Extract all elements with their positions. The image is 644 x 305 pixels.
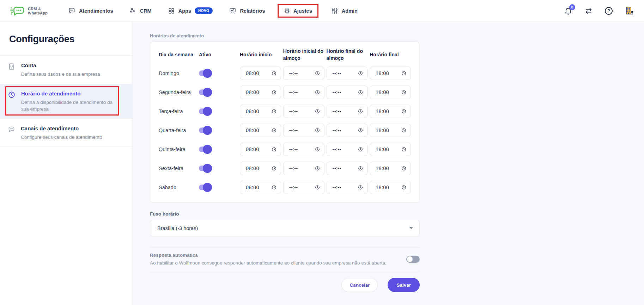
sidebar-item-horario[interactable]: Horário de atendimentoDefina a disponibi… <box>0 84 132 119</box>
chevron-down-icon <box>409 227 413 229</box>
time-input-lunch-start[interactable]: --:-- <box>283 86 324 99</box>
day-label: Terça-feira <box>159 108 197 114</box>
schedule-header-row: Dia da semanaAtivoHorário inícioHorário … <box>159 46 411 64</box>
time-input-end[interactable]: 18:00 <box>370 86 411 99</box>
app-logo[interactable]: CRM & WhatsApp <box>10 5 48 17</box>
active-toggle[interactable] <box>199 89 211 95</box>
chart-board-icon <box>229 7 236 14</box>
nav-item-relatorios[interactable]: Relatórios <box>229 7 265 14</box>
timezone-value: Brasília (-3 horas) <box>157 225 198 231</box>
nav-label: Ajustes <box>293 8 312 14</box>
time-input-lunch-start[interactable]: --:-- <box>283 124 324 137</box>
time-input-end[interactable]: 18:00 <box>370 181 411 194</box>
gear-icon: ⚙ <box>284 7 290 14</box>
clock-small-icon <box>315 109 320 114</box>
top-navigation-bar: CRM & WhatsApp AtendimentosCRMAppsNOVORe… <box>0 0 644 22</box>
nav-item-admin[interactable]: Admin <box>331 7 358 14</box>
chat-icon <box>68 7 75 14</box>
sliders-icon <box>331 7 338 14</box>
clock-small-icon <box>401 109 406 114</box>
cancel-button[interactable]: Cancelar <box>341 278 378 292</box>
schedule-row: Quarta-feira08:00--:----:--18:00 <box>159 121 411 140</box>
building-icon <box>8 63 16 78</box>
schedule-section-label: Horários de atendimento <box>150 33 420 38</box>
schedule-row: Domingo08:00--:----:--18:00 <box>159 64 411 83</box>
help-icon[interactable]: ? <box>605 7 613 15</box>
time-input-lunch-end[interactable]: --:-- <box>327 124 368 137</box>
clock-small-icon <box>358 90 363 95</box>
sidebar-item-description: Defina a disponibilidade de atendimento … <box>21 99 115 113</box>
sidebar-item-conta[interactable]: ContaDefina seus dados e da sua empresa <box>0 56 132 84</box>
time-input-start[interactable]: 08:00 <box>240 143 281 156</box>
nav-label: Apps <box>178 8 191 14</box>
grid-icon <box>168 7 175 14</box>
clock-small-icon <box>401 128 406 133</box>
swap-arrows-icon[interactable] <box>584 7 593 15</box>
active-toggle[interactable] <box>199 185 211 190</box>
time-input-start[interactable]: 08:00 <box>240 162 281 175</box>
schedule-row: Quinta-feira08:00--:----:--18:00 <box>159 140 411 159</box>
clock-small-icon <box>272 185 277 190</box>
company-building-icon[interactable] <box>625 6 634 15</box>
time-input-end[interactable]: 18:00 <box>370 105 411 118</box>
time-input-lunch-start[interactable]: --:-- <box>283 67 324 80</box>
column-header: Horário início <box>240 51 281 58</box>
notifications-bell-icon[interactable]: 8 <box>564 7 572 15</box>
time-input-lunch-start[interactable]: --:-- <box>283 143 324 156</box>
auto-reply-toggle[interactable] <box>406 256 420 263</box>
time-input-start[interactable]: 08:00 <box>240 124 281 137</box>
time-input-lunch-end[interactable]: --:-- <box>327 86 368 99</box>
time-input-lunch-end[interactable]: --:-- <box>327 67 368 80</box>
schedule-row: Terça-feira08:00--:----:--18:00 <box>159 102 411 121</box>
nav-item-ajustes[interactable]: ⚙Ajustes <box>278 4 318 18</box>
time-input-end[interactable]: 18:00 <box>370 143 411 156</box>
divider <box>0 147 132 147</box>
main-panel: Horários de atendimento Dia da semanaAti… <box>132 22 644 305</box>
time-input-start[interactable]: 08:00 <box>240 67 281 80</box>
sidebar-item-label: Horário de atendimento <box>21 91 115 97</box>
timezone-select[interactable]: Brasília (-3 horas) <box>150 220 420 236</box>
form-actions: Cancelar Salvar <box>150 271 420 292</box>
save-button[interactable]: Salvar <box>388 278 420 292</box>
time-input-lunch-end[interactable]: --:-- <box>327 162 368 175</box>
time-input-end[interactable]: 18:00 <box>370 67 411 80</box>
logo-chat-bubble-icon <box>10 5 25 17</box>
column-header: Ativo <box>199 51 238 58</box>
auto-reply-label: Resposta automática <box>150 253 387 258</box>
sidebar-item-description: Configure seus canais de atendimento <box>21 134 102 141</box>
time-input-start[interactable]: 08:00 <box>240 181 281 194</box>
time-input-start[interactable]: 08:00 <box>240 105 281 118</box>
active-toggle[interactable] <box>199 166 211 171</box>
time-input-lunch-start[interactable]: --:-- <box>283 162 324 175</box>
sidebar-item-label: Conta <box>21 62 100 68</box>
active-toggle[interactable] <box>199 147 211 152</box>
time-input-lunch-end[interactable]: --:-- <box>327 143 368 156</box>
time-input-end[interactable]: 18:00 <box>370 124 411 137</box>
nav-item-apps[interactable]: AppsNOVO <box>168 7 213 14</box>
time-input-start[interactable]: 08:00 <box>240 86 281 99</box>
active-toggle[interactable] <box>199 108 211 114</box>
nav-label: Atendimentos <box>79 8 113 14</box>
active-toggle[interactable] <box>199 70 211 76</box>
clock-small-icon <box>272 147 277 152</box>
active-toggle[interactable] <box>199 127 211 133</box>
time-input-lunch-start[interactable]: --:-- <box>283 181 324 194</box>
clock-small-icon <box>401 185 406 190</box>
schedule-row: Sabado08:00--:----:--18:00 <box>159 178 411 197</box>
nav-item-crm[interactable]: CRM <box>129 7 152 14</box>
auto-reply-section: Resposta automática Ao habilitar o Wolfm… <box>150 248 420 271</box>
time-input-lunch-end[interactable]: --:-- <box>327 181 368 194</box>
clock-small-icon <box>272 128 277 133</box>
day-label: Quarta-feira <box>159 127 197 133</box>
time-input-lunch-end[interactable]: --:-- <box>327 105 368 118</box>
schedule-card: Dia da semanaAtivoHorário inícioHorário … <box>150 42 420 203</box>
day-label: Sabado <box>159 185 197 190</box>
auto-reply-description: Ao habilitar o Wolfmoon consegue respond… <box>150 260 387 266</box>
clock-small-icon <box>315 90 320 95</box>
sidebar-item-canais[interactable]: Canais de atendimentoConfigure seus cana… <box>0 119 132 147</box>
sidebar-item-label: Canais de atendimento <box>21 125 102 131</box>
time-input-end[interactable]: 18:00 <box>370 162 411 175</box>
nav-item-atendimentos[interactable]: Atendimentos <box>68 7 113 14</box>
column-header: Horário final <box>370 51 411 58</box>
time-input-lunch-start[interactable]: --:-- <box>283 105 324 118</box>
